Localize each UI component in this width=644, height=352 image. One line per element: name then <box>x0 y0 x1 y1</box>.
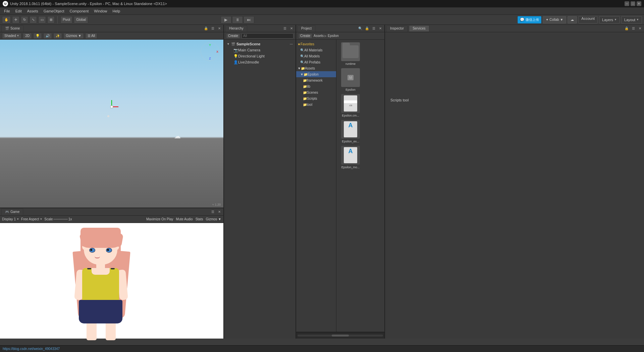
asset-runtime[interactable]: runtime <box>339 42 362 65</box>
asset-epsilon-cm[interactable]: .cs Epsilon.cm... <box>339 94 362 117</box>
menu-window[interactable]: Window <box>91 8 110 14</box>
project-search-icon[interactable]: 🔍 <box>358 26 363 31</box>
scene-lock-icon[interactable]: 🔒 <box>203 26 209 31</box>
eye-left <box>89 248 95 253</box>
main-toolbar: ✋ ✛ ↻ ⤡ ▭ ⊞ Pivot Global ▶ ⏸ ⏭ 💬 微信上传 ✦ … <box>0 15 644 25</box>
tree-all-materials[interactable]: 🔍 All Materials <box>296 47 336 53</box>
hand-tool-button[interactable]: ✋ <box>2 16 11 24</box>
hierarchy-menu-icon[interactable]: ☰ <box>282 26 287 31</box>
scene-all-button[interactable]: ☰ All <box>85 33 97 39</box>
favorites-header[interactable]: ★ Favorites <box>296 41 336 47</box>
game-tab[interactable]: 🎮 Game <box>1 209 23 215</box>
aspect-select[interactable]: Free Aspect ▼ <box>21 217 42 221</box>
minimize-button[interactable]: ─ <box>625 1 629 6</box>
layout-button[interactable]: Layout ▼ <box>621 16 642 24</box>
maximize-button[interactable]: □ <box>631 1 635 6</box>
display-select[interactable]: Display 1 ▼ <box>2 217 19 221</box>
collab-button[interactable]: ✦ Collab ▼ <box>543 16 566 24</box>
inspector-tab[interactable]: Inspector <box>386 25 408 32</box>
layers-button[interactable]: Layers ▼ <box>599 16 620 24</box>
global-button[interactable]: Global <box>74 16 88 24</box>
game-close-icon[interactable]: ✕ <box>217 209 222 215</box>
tree-all-models[interactable]: 🔍 All Models <box>296 53 336 59</box>
scene-close-icon[interactable]: ✕ <box>217 26 222 31</box>
tree-all-prefabs[interactable]: 🔍 All Prefabs <box>296 59 336 65</box>
scene-tab[interactable]: 🎬 Scene <box>1 25 23 32</box>
game-canvas[interactable] <box>0 223 223 339</box>
hierarchy-item-directional-light[interactable]: 💡 Directional Light <box>224 53 296 59</box>
inspector-menu-icon[interactable]: ☰ <box>631 26 636 31</box>
project-tab[interactable]: Project <box>298 25 315 32</box>
breadcrumb-epsilon[interactable]: Epsilon <box>328 34 339 38</box>
game-gizmos-button[interactable]: Gizmos ▼ <box>206 217 221 221</box>
move-tool-button[interactable]: ✛ <box>12 16 19 24</box>
breadcrumb-assets[interactable]: Assets <box>314 34 324 38</box>
game-menu-icon[interactable]: ☰ <box>210 209 215 215</box>
shaded-button[interactable]: Shaded ▼ <box>2 33 21 39</box>
scene-light-icon[interactable]: 💡 <box>33 33 42 39</box>
maximize-label: Maximize On Play <box>146 217 173 221</box>
scene-audio-icon[interactable]: 🔊 <box>43 33 52 39</box>
menu-file[interactable]: File <box>1 8 13 14</box>
hierarchy-scene-root[interactable]: ▼ 🎬 SampleScene — <box>224 41 296 47</box>
tree-scenes[interactable]: 📁 Scenes <box>296 89 336 95</box>
hierarchy-create-button[interactable]: Create <box>226 33 240 39</box>
scene-fx-icon[interactable]: ✨ <box>53 33 62 39</box>
project-scroll-thumb[interactable] <box>332 335 349 337</box>
rotate-tool-button[interactable]: ↻ <box>21 16 28 24</box>
asset-epsilon-ex[interactable]: A Epsilon_ex... <box>339 120 362 143</box>
project-create-button[interactable]: Create <box>298 33 312 39</box>
scale-tool-button[interactable]: ⤡ <box>30 16 37 24</box>
project-scroll-track[interactable] <box>298 335 383 337</box>
close-button[interactable]: ✕ <box>637 1 641 6</box>
cloud-button[interactable]: ☁ <box>568 16 577 24</box>
step-button[interactable]: ⏭ <box>244 16 254 24</box>
project-scrollbar[interactable] <box>296 332 384 339</box>
tree-tool[interactable]: 📁 tool <box>296 101 336 107</box>
inspector-close-icon[interactable]: ✕ <box>637 26 643 31</box>
runtime-folder-icon <box>341 42 360 61</box>
menu-edit[interactable]: Edit <box>13 8 24 14</box>
tree-framework[interactable]: 📁 framework <box>296 77 336 83</box>
pivot-button[interactable]: Pivot <box>60 16 72 24</box>
stats-button[interactable]: Stats <box>196 217 203 221</box>
mute-audio-button[interactable]: Mute Audio <box>176 217 193 221</box>
scene-2d-button[interactable]: 2D <box>23 33 32 39</box>
pause-button[interactable]: ⏸ <box>232 16 243 24</box>
hierarchy-search-input[interactable] <box>241 33 293 39</box>
project-close-icon[interactable]: ✕ <box>378 26 383 31</box>
account-button[interactable]: Account <box>578 16 598 24</box>
scene-orientation-gizmo[interactable]: Y X Z <box>201 42 219 61</box>
menu-assets[interactable]: Assets <box>24 8 41 14</box>
tree-assets[interactable]: ▼ 📁 Assets <box>296 65 336 71</box>
status-url[interactable]: https://blog.csdn.net/weixin_49043347 <box>3 347 60 351</box>
hierarchy-tab[interactable]: Hierarchy <box>225 25 247 32</box>
gizmos-button[interactable]: Gizmos ▼ <box>63 33 84 39</box>
inspector-lock-icon[interactable]: 🔒 <box>624 26 629 31</box>
hierarchy-close-icon[interactable]: ✕ <box>289 26 294 31</box>
tree-scripts[interactable]: 📁 Scripts <box>296 95 336 101</box>
epsilon-cm-label: Epsilon.cm... <box>342 114 359 117</box>
asset-epsilon-mo[interactable]: A Epsilon_mo... <box>339 146 362 169</box>
scene-icon: 🎬 <box>5 27 9 30</box>
menu-help[interactable]: Help <box>110 8 123 14</box>
scene-menu-icon[interactable]: ☰ <box>210 26 215 31</box>
menu-component[interactable]: Component <box>67 8 91 14</box>
scene-minus-icon[interactable]: — <box>290 42 293 46</box>
hierarchy-item-live2dmodle[interactable]: 👤 Live2dmodle <box>224 59 296 65</box>
rect-tool-button[interactable]: ▭ <box>38 16 46 24</box>
menu-gameobject[interactable]: GameObject <box>41 8 67 14</box>
maximize-on-play-button[interactable]: Maximize On Play <box>146 217 173 221</box>
weixin-upload-button[interactable]: 💬 微信上传 <box>518 16 541 24</box>
play-button[interactable]: ▶ <box>221 16 231 24</box>
tree-epsilon[interactable]: ▼ 📁 Epsilon <box>296 71 336 77</box>
project-lock-icon[interactable]: 🔒 <box>364 26 370 31</box>
scale-control[interactable]: Scale ────── 1x <box>44 217 72 221</box>
hierarchy-item-main-camera[interactable]: 📷 Main Camera <box>224 47 296 53</box>
services-tab[interactable]: Services <box>409 25 429 32</box>
tree-lib[interactable]: 📁 lib <box>296 83 336 89</box>
scene-canvas[interactable]: ☁ Y X Z ≈ 1.20 <box>0 40 223 208</box>
transform-tool-button[interactable]: ⊞ <box>47 16 55 24</box>
asset-epsilon-folder[interactable]: M Epsilon <box>339 68 362 91</box>
project-menu-icon[interactable]: ☰ <box>371 26 376 31</box>
